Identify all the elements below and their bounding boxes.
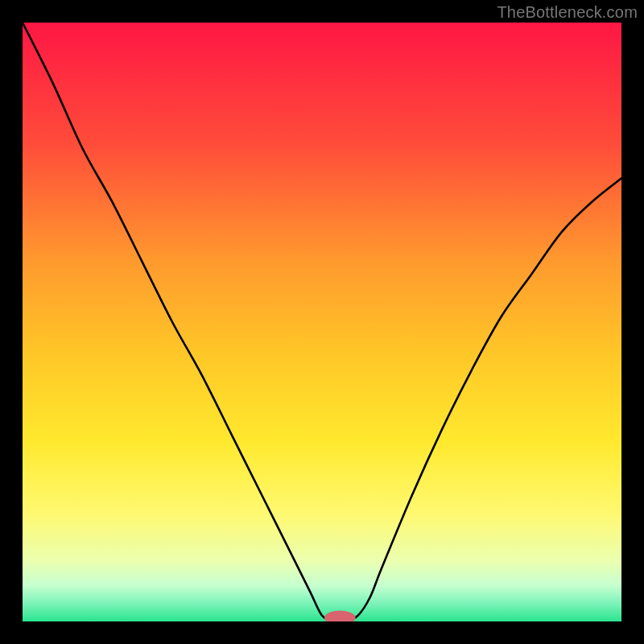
watermark-text: TheBottleneck.com bbox=[497, 3, 638, 22]
gradient-background bbox=[23, 23, 621, 621]
chart-root: TheBottleneck.com bbox=[0, 0, 644, 644]
chart-svg bbox=[23, 23, 621, 621]
plot-area bbox=[23, 23, 621, 621]
